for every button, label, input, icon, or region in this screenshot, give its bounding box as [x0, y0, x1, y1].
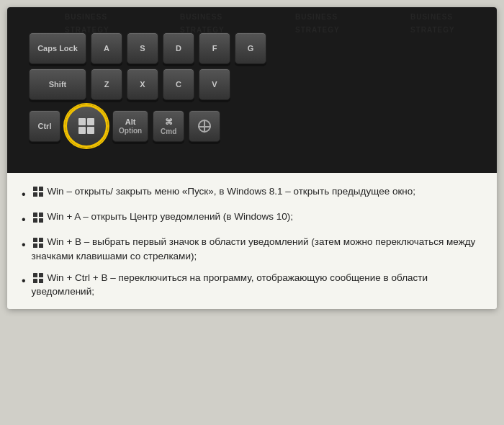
- key-c: C: [163, 68, 194, 100]
- key-z: Z: [91, 68, 122, 100]
- svg-rect-10: [33, 243, 37, 248]
- key-row-2: Shift Z X C V: [29, 68, 475, 100]
- win-icon-inline: [33, 273, 43, 283]
- svg-rect-2: [33, 192, 37, 197]
- key-f: F: [199, 32, 230, 64]
- cmd-label: ⌘ Cmd: [161, 117, 176, 135]
- svg-rect-7: [39, 218, 43, 223]
- svg-rect-14: [33, 279, 37, 283]
- key-ctrl: Ctrl: [29, 110, 60, 142]
- key-v: V: [199, 68, 230, 100]
- key-row-3: Ctrl Alt Option ⌘: [29, 104, 475, 148]
- svg-rect-1: [39, 187, 43, 191]
- svg-rect-4: [33, 212, 37, 217]
- item-text-3: Win + B – выбрать первый значок в област…: [32, 235, 482, 263]
- bullet-dot: •: [22, 211, 26, 228]
- key-row-1: Caps Lock A S D F G: [29, 32, 475, 64]
- key-s: S: [127, 32, 158, 64]
- bullet-dot: •: [22, 186, 26, 202]
- alt-option-label: Alt Option: [119, 117, 142, 135]
- bullet-dot: •: [22, 236, 26, 253]
- list-item: • Win + B – выбрать первый значок в обла…: [22, 235, 482, 263]
- key-alt-option: Alt Option: [112, 110, 148, 142]
- list-item: • Win – открыть/ закрыть меню «Пуск», в …: [22, 184, 482, 202]
- key-cmd: ⌘ Cmd: [153, 110, 184, 142]
- list-item: • Win + A – открыть Центр уведомлений (в…: [22, 210, 482, 228]
- key-shift: Shift: [29, 68, 86, 100]
- svg-rect-0: [33, 187, 37, 191]
- keyboard: Caps Lock A S D F G Shift Z X C V Ctrl: [7, 18, 497, 162]
- key-d: D: [163, 32, 194, 64]
- key-g: G: [235, 32, 266, 64]
- option-label: Option: [119, 127, 142, 135]
- svg-rect-13: [39, 273, 43, 277]
- key-a: A: [91, 32, 122, 64]
- key-row1-spacer: [271, 32, 475, 64]
- key-x: X: [127, 68, 158, 100]
- cmd-text: Cmd: [161, 128, 176, 135]
- svg-rect-3: [39, 192, 43, 197]
- list-item: • Win + Ctrl + B – переключиться на прог…: [22, 271, 482, 299]
- globe-icon: [198, 120, 211, 133]
- win-icon-inline: [33, 187, 43, 197]
- item-text-1: Win – открыть/ закрыть меню «Пуск», в Wi…: [32, 184, 482, 199]
- bullet-dot: •: [22, 272, 26, 289]
- content-area: • Win – открыть/ закрыть меню «Пуск», в …: [7, 173, 497, 309]
- key-win: [65, 104, 108, 148]
- item-text-4: Win + Ctrl + B – переключиться на програ…: [32, 271, 482, 299]
- win-icon: [78, 118, 94, 134]
- svg-rect-8: [33, 238, 37, 242]
- item-text-2: Win + A – открыть Центр уведомлений (в W…: [32, 210, 482, 224]
- win-icon-inline: [33, 212, 43, 223]
- key-row3-spacer: [225, 110, 475, 142]
- key-caps-lock: Caps Lock: [29, 32, 86, 64]
- key-globe: [189, 110, 220, 142]
- key-row2-spacer: [235, 68, 475, 100]
- svg-rect-11: [39, 243, 43, 248]
- svg-rect-15: [39, 279, 43, 283]
- win-icon-inline: [33, 238, 43, 248]
- keyboard-area: BUSINESSSTRATEGY BUSINESSSTRATEGY BUSINE…: [7, 7, 497, 173]
- shortcut-list: • Win – открыть/ закрыть меню «Пуск», в …: [22, 184, 482, 299]
- svg-rect-9: [39, 238, 43, 242]
- alt-label: Alt: [125, 117, 136, 126]
- svg-rect-6: [33, 218, 37, 223]
- main-card: BUSINESSSTRATEGY BUSINESSSTRATEGY BUSINE…: [7, 7, 497, 309]
- svg-rect-12: [33, 273, 37, 277]
- cmd-symbol: ⌘: [165, 117, 173, 127]
- svg-rect-5: [39, 212, 43, 217]
